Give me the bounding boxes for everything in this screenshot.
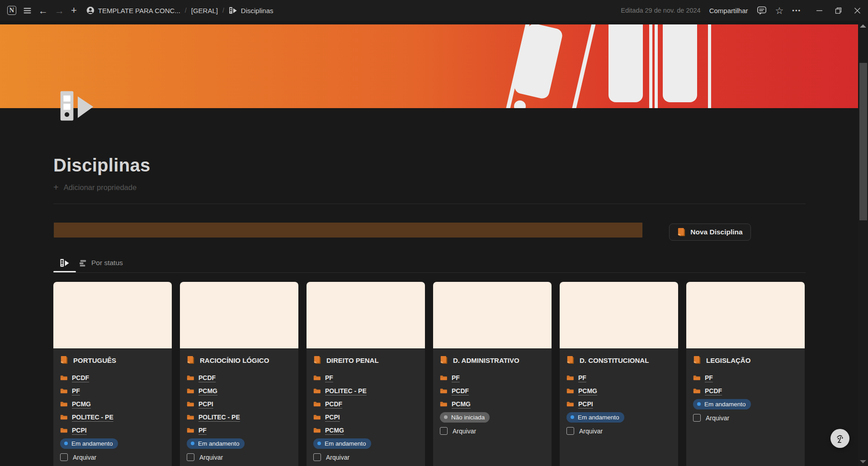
view-tab-por-status[interactable]: Por status: [79, 254, 123, 271]
colored-block[interactable]: [54, 223, 642, 238]
breadcrumb-item-workspace[interactable]: TEMPLATE PARA CONC...: [86, 6, 180, 14]
page-icon[interactable]: [58, 88, 96, 125]
share-button[interactable]: Compartilhar: [709, 7, 748, 14]
status-label: Em andamento: [704, 401, 746, 408]
folder-link[interactable]: PCDF: [198, 374, 216, 381]
breadcrumb-label: Disciplinas: [241, 7, 274, 14]
star-icon: ☆: [775, 6, 784, 15]
menu-button[interactable]: [23, 6, 32, 15]
notion-ai-button[interactable]: [830, 429, 849, 448]
folder-link[interactable]: PCMG: [198, 387, 217, 395]
new-disciplina-button[interactable]: Nova Disciplina: [669, 223, 751, 241]
folder-link-row: PCMG: [60, 397, 165, 410]
gallery-card[interactable]: PORTUGUÊS PCDF PF PCMG POLITEC - PE PCPI…: [53, 282, 172, 466]
status-view-icon: [79, 259, 87, 267]
scroll-down-arrow-icon[interactable]: [860, 460, 866, 463]
folder-link[interactable]: PCPI: [325, 414, 340, 421]
more-options-button[interactable]: •••: [792, 7, 801, 14]
folder-link[interactable]: POLITEC - PE: [72, 414, 113, 421]
gallery-card[interactable]: RACIOCÍNIO LÓGICO PCDF PCMG PCPI POLITEC…: [180, 282, 298, 466]
folder-link[interactable]: PCPI: [198, 400, 213, 408]
page-cover[interactable]: [0, 24, 858, 108]
archive-row: Arquivar: [693, 414, 798, 422]
book-icon: [566, 356, 575, 365]
forward-button[interactable]: →: [55, 6, 64, 15]
status-dot-icon: [191, 442, 194, 445]
book-icon: [313, 356, 321, 365]
folder-link[interactable]: PCPI: [72, 427, 87, 434]
view-tab-gallery[interactable]: [53, 254, 76, 271]
folder-icon: [187, 401, 194, 407]
archive-row: Arquivar: [313, 453, 418, 461]
folder-icon: [313, 388, 321, 394]
card-body: PORTUGUÊS PCDF PF PCMG POLITEC - PE PCPI…: [53, 348, 172, 466]
close-button[interactable]: [854, 7, 861, 14]
archive-checkbox[interactable]: [440, 427, 448, 435]
gallery-card[interactable]: LEGISLAÇÃO PF PCDF Em andamento Arquivar: [686, 282, 805, 466]
folder-link[interactable]: POLITEC - PE: [198, 414, 240, 421]
folder-link[interactable]: POLITEC - PE: [325, 387, 367, 395]
gallery-card[interactable]: D. CONSTITUCIONAL PF PCMG PCPI Em andame…: [560, 282, 678, 466]
last-edited-text: Editada 29 de nov. de 2024: [621, 7, 700, 14]
folder-link[interactable]: PCDF: [452, 387, 469, 395]
binder-book-icon: [229, 6, 237, 14]
folder-link[interactable]: PCMG: [578, 387, 597, 395]
card-title-row: RACIOCÍNIO LÓGICO: [187, 355, 292, 365]
folder-list: PF PCDF: [693, 371, 798, 397]
folder-link-row: PF: [693, 371, 798, 384]
folder-link-row: PCMG: [440, 397, 545, 410]
breadcrumb-item-geral[interactable]: [GERAL]: [191, 7, 218, 14]
folder-link[interactable]: PCMG: [452, 400, 471, 408]
card-title-row: LEGISLAÇÃO: [693, 355, 798, 365]
archive-label: Arquivar: [706, 414, 729, 422]
divider: [53, 272, 806, 273]
folder-link[interactable]: PCPI: [578, 400, 593, 408]
folder-link[interactable]: PF: [72, 387, 80, 395]
archive-checkbox[interactable]: [187, 453, 194, 461]
card-cover: [307, 282, 425, 348]
scrollbar-thumb[interactable]: [859, 63, 867, 220]
restore-button[interactable]: [835, 7, 842, 14]
card-title-row: PORTUGUÊS: [60, 355, 165, 365]
folder-link-row: PCDF: [440, 384, 545, 397]
page-title[interactable]: Disciplinas: [53, 155, 151, 176]
folder-link[interactable]: PF: [452, 374, 460, 381]
folder-link[interactable]: PCDF: [325, 400, 342, 408]
folder-link[interactable]: PF: [198, 427, 207, 434]
new-tab-button[interactable]: +: [71, 5, 77, 15]
folder-link[interactable]: PF: [325, 374, 333, 381]
comments-button[interactable]: [757, 6, 767, 15]
gallery-card[interactable]: DIREITO PENAL PF POLITEC - PE PCDF PCPI …: [307, 282, 425, 466]
folder-link[interactable]: PF: [705, 374, 713, 381]
scroll-up-arrow-icon[interactable]: [860, 24, 866, 28]
status-label: Em andamento: [578, 414, 619, 421]
favorite-button[interactable]: ☆: [775, 6, 784, 15]
minimize-icon: [816, 7, 823, 14]
notion-logo-letter: N: [9, 7, 14, 14]
back-button[interactable]: ←: [38, 6, 48, 15]
new-disciplina-label: Nova Disciplina: [690, 228, 742, 236]
status-dot-icon: [697, 402, 701, 406]
folder-link[interactable]: PCMG: [325, 427, 344, 434]
scrollbar[interactable]: [858, 21, 868, 466]
notion-ai-face-icon: [833, 432, 847, 445]
folder-link-row: PCPI: [187, 397, 292, 410]
archive-checkbox[interactable]: [693, 414, 701, 422]
add-property-button[interactable]: + Adicionar propriedade: [53, 183, 137, 192]
divider: [53, 204, 806, 204]
archive-checkbox[interactable]: [566, 427, 574, 435]
archive-checkbox[interactable]: [313, 453, 321, 461]
status-row: Em andamento: [693, 398, 798, 410]
folder-link[interactable]: PCDF: [705, 387, 722, 395]
folder-icon: [566, 388, 574, 394]
status-row: Em andamento: [60, 437, 165, 449]
folder-link[interactable]: PCMG: [72, 400, 91, 408]
folder-link[interactable]: PCDF: [72, 374, 89, 381]
card-title: D. CONSTITUCIONAL: [580, 357, 649, 364]
archive-checkbox[interactable]: [60, 453, 68, 461]
gallery-card[interactable]: D. ADMINISTRATIVO PF PCDF PCMG Não inici…: [433, 282, 552, 466]
minimize-button[interactable]: [816, 7, 823, 14]
notion-logo-icon[interactable]: N: [7, 6, 16, 15]
folder-link[interactable]: PF: [578, 374, 586, 381]
breadcrumb-item-disciplinas[interactable]: Disciplinas: [229, 6, 274, 14]
